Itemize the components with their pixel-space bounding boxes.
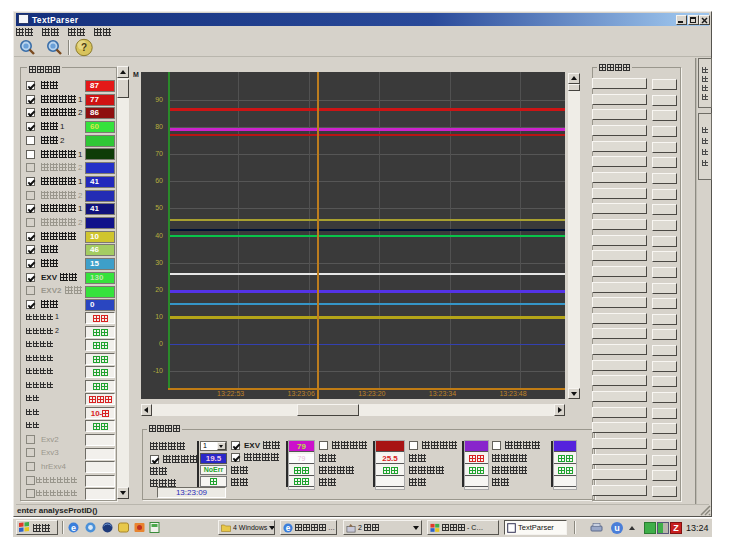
svg-text:e: e [71,523,76,533]
svg-text:?: ? [81,42,87,53]
svg-text:e: e [286,523,291,532]
